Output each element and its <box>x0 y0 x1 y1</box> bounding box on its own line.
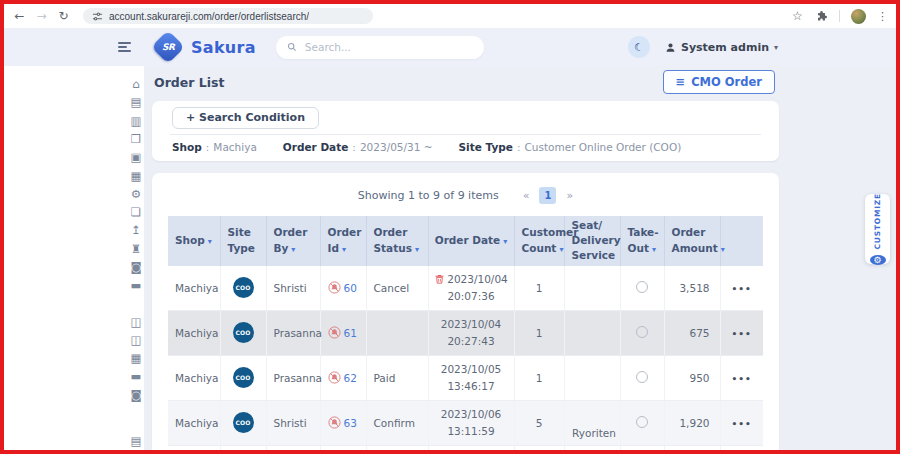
table-row[interactable]: Machiya COO Shristi 64 Cancel 2023/10/06… <box>168 445 763 454</box>
global-search[interactable] <box>276 36 484 59</box>
col-shop[interactable]: Shop▾ <box>168 216 220 266</box>
sort-icon: ▾ <box>415 245 419 254</box>
row-actions-icon[interactable]: ••• <box>732 374 752 384</box>
sort-icon: ▾ <box>652 245 656 254</box>
col-order-status[interactable]: Order Status▾ <box>366 216 428 266</box>
cell-take-out <box>620 355 664 400</box>
table-row[interactable]: Machiya COO Prasanna 61 2023/10/0420:27:… <box>168 310 763 355</box>
search-input[interactable] <box>303 40 473 54</box>
browser-back-button[interactable]: ← <box>12 10 27 22</box>
order-id-link[interactable]: 63 <box>344 417 357 429</box>
row-actions-icon[interactable]: ••• <box>732 329 752 339</box>
bookmark-star-icon[interactable]: ☆ <box>790 10 805 22</box>
sidebar-item-truck-icon[interactable]: ▬ <box>128 367 144 385</box>
dark-mode-toggle[interactable]: ☾ <box>628 36 650 58</box>
pagination-prev-icon[interactable]: « <box>523 189 530 202</box>
search-condition-button[interactable]: + Search Condition <box>172 107 319 129</box>
browser-forward-button[interactable]: → <box>34 10 49 22</box>
cell-customer-count: 5 <box>514 400 564 445</box>
row-actions-icon[interactable]: ••• <box>732 284 752 294</box>
brand-name[interactable]: Sakura <box>191 38 256 57</box>
site-settings-icon[interactable] <box>92 11 103 22</box>
search-icon <box>287 42 297 52</box>
cell-order-amount: 950 <box>664 355 720 400</box>
customize-tab[interactable]: CUSTOMIZE ⚙ <box>865 194 890 264</box>
sidebar-item-delivery-icon[interactable]: ▬ <box>128 276 144 294</box>
pagination-next-icon[interactable]: » <box>566 189 573 202</box>
col-order-amount[interactable]: Order Amount▾ <box>664 216 720 266</box>
sidebar-toggle-hamburger-icon[interactable] <box>118 40 132 55</box>
cell-customer-count: 1 <box>514 266 564 311</box>
sort-icon: ▾ <box>342 245 346 254</box>
coo-badge: COO <box>233 367 254 388</box>
col-take-out[interactable]: Take-Out▾ <box>620 216 664 266</box>
sort-icon: ▾ <box>721 245 725 254</box>
filter-order-date: Order Date:2023/05/31 ~ <box>283 141 433 153</box>
bell-slash-icon <box>328 326 341 339</box>
cell-order-status: Cancel <box>366 266 428 311</box>
pagination-page-1[interactable]: 1 <box>539 187 556 204</box>
col-site-type[interactable]: Site Type <box>220 216 266 266</box>
cell-order-by: Shristi <box>266 400 320 445</box>
col-order-date[interactable]: Order Date▾ <box>428 216 514 266</box>
row-actions-icon[interactable]: ••• <box>732 419 752 429</box>
sidebar-item-pos-register-icon[interactable]: ◫ <box>128 312 144 330</box>
cell-shop: Machiya <box>168 445 220 454</box>
order-id-link[interactable]: 61 <box>344 327 357 339</box>
cell-order-amount: 3,518 <box>664 266 720 311</box>
customize-label: CUSTOMIZE <box>873 193 882 250</box>
chevron-down-icon: ▾ <box>774 43 778 52</box>
col-customer-count[interactable]: Customer Count▾ <box>514 216 564 266</box>
user-menu[interactable]: System admin ▾ <box>665 41 778 54</box>
sidebar-item-video-icon[interactable]: ◙ <box>128 386 144 404</box>
sort-icon: ▾ <box>559 245 563 254</box>
cell-shop: Machiya <box>168 400 220 445</box>
sidebar-item-camera-icon[interactable]: ◙ <box>128 258 144 276</box>
col-order-id[interactable]: Order Id▾ <box>320 216 366 266</box>
sidebar-item-building-icon[interactable]: ▦ <box>128 349 144 367</box>
cell-shop: Machiya <box>168 355 220 400</box>
browser-menu-icon[interactable]: ⋮ <box>877 11 888 22</box>
sidebar-item-printer-icon[interactable]: ▦ <box>128 166 144 184</box>
sidebar-item-inventory-icon[interactable]: ▥ <box>128 112 144 130</box>
sidebar-item-documents-icon[interactable]: ❏ <box>128 203 144 221</box>
table-row[interactable]: Machiya COO Shristi 60 Cancel 2023/10/04… <box>168 266 763 311</box>
sidebar-item-display-icon[interactable]: ▣ <box>128 148 144 166</box>
cell-actions: ••• <box>720 266 763 311</box>
sidebar-item-seats-icon[interactable]: ♜ <box>128 240 144 258</box>
results-summary: Showing 1 to 9 of 9 items <box>358 189 499 202</box>
cell-seat-service: Ryoriten <box>564 400 620 445</box>
browser-address-bar[interactable]: account.sakurareji.com/order/orderlistse… <box>83 8 373 24</box>
order-id-link[interactable]: 60 <box>344 282 357 294</box>
sidebar-item-orders-icon[interactable]: ▤ <box>128 93 144 111</box>
cell-order-date: 2023/10/0613:11:59 <box>428 400 514 445</box>
sidebar-item-terminal-icon[interactable]: ◫ <box>128 331 144 349</box>
sidebar-nav: ⌂ ▤ ▥ ❐ ▣ ▦ ⚙ ❏ ↥ ♜ ◙ ▬ ◫ ◫ ▦ ▬ ◙ ▤ <box>4 66 157 450</box>
sidebar-item-reports-icon[interactable]: ❐ <box>128 130 144 148</box>
sidebar-item-home-icon[interactable]: ⌂ <box>128 75 144 93</box>
table-row[interactable]: Machiya COO Prasanna 62 Paid 2023/10/051… <box>168 355 763 400</box>
col-seat-delivery-service[interactable]: Seat/ Delivery Service <box>564 216 620 266</box>
cmo-order-button[interactable]: ≡ CMO Order <box>663 70 775 94</box>
sakura-logo-icon[interactable]: SR <box>151 30 185 64</box>
toolbar-divider <box>839 10 840 22</box>
take-out-circle-icon <box>636 416 648 428</box>
cell-order-id: 64 <box>320 445 366 454</box>
browser-reload-button[interactable]: ↻ <box>56 10 71 22</box>
moon-icon: ☾ <box>634 41 644 54</box>
sidebar-item-upload-icon[interactable]: ↥ <box>128 221 144 239</box>
sidebar-item-extra-icon[interactable]: ▤ <box>128 432 144 450</box>
cell-customer-count: 1 <box>514 355 564 400</box>
col-order-by[interactable]: Order By▾ <box>266 216 320 266</box>
cell-order-by: Shristi <box>266 445 320 454</box>
cell-take-out <box>620 310 664 355</box>
order-id-link[interactable]: 62 <box>344 372 357 384</box>
cell-site-type: COO <box>220 400 266 445</box>
table-row[interactable]: Machiya COO Shristi 63 Confirm 2023/10/0… <box>168 400 763 445</box>
browser-profile-avatar[interactable] <box>851 9 866 24</box>
filter-site-type: Site Type:Customer Online Order (COO) <box>459 141 682 153</box>
extensions-puzzle-icon[interactable] <box>816 10 828 22</box>
order-table: Shop▾ Site Type Order By▾ Order Id▾ Orde… <box>168 216 763 454</box>
cell-order-amount: 1,920 <box>664 400 720 445</box>
sidebar-item-settings-icon[interactable]: ⚙ <box>128 185 144 203</box>
